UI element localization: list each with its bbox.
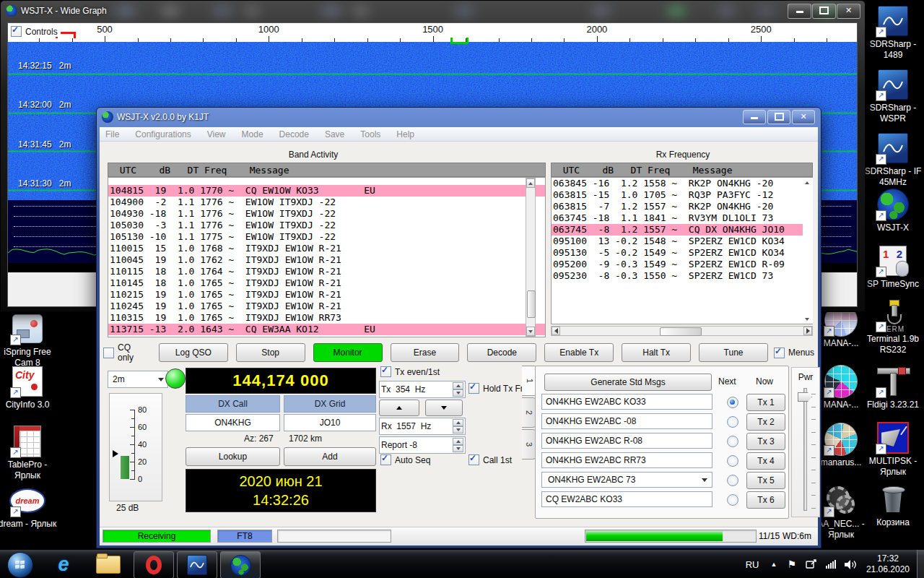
scroll-right-icon[interactable]: [803, 327, 812, 335]
desktop-icon-wsjt-x[interactable]: ↗WSJT-X: [860, 188, 924, 233]
desktop-icon-sdrsharp-1489[interactable]: ↗SDRSharp - 1489: [860, 4, 924, 61]
erase-button[interactable]: Erase: [391, 343, 460, 362]
desktop-icon-terminal-1-9b-rs232[interactable]: TERM↗Terminal 1.9b RS232: [860, 299, 924, 355]
dx-call-field[interactable]: ON4KHG: [186, 414, 280, 431]
menu-save[interactable]: Save: [325, 129, 344, 139]
next-radio-3[interactable]: [727, 436, 738, 447]
tx-2-button[interactable]: Tx 2: [746, 413, 785, 431]
rx-freq-spinner[interactable]: Rx 1557 Hz: [379, 418, 466, 435]
decode-row[interactable]: 110045 19 1.0 1762 ~ IT9XDJ EW1OW R-21: [108, 254, 545, 266]
next-radio-6[interactable]: [727, 494, 738, 506]
tx-3-button[interactable]: Tx 3: [746, 433, 785, 450]
desktop-icon-ispring-free-cam-8[interactable]: ↗iSpring Free Cam 8: [0, 312, 61, 368]
minimize-icon[interactable]: [743, 110, 766, 124]
lookup-button[interactable]: Lookup: [186, 447, 280, 466]
enable-tx-button[interactable]: Enable Tx: [544, 343, 614, 362]
call-1st-checkbox[interactable]: [468, 454, 479, 465]
dx-grid-field[interactable]: JO10: [284, 414, 376, 431]
decode-row[interactable]: 105030 -3 1.1 1776 ~ EW1OW IT9XDJ -22: [108, 220, 545, 231]
decode-row[interactable]: 063845 -16 1.2 1558 ~ RK2P ON4KHG -20: [552, 178, 812, 189]
menu-help[interactable]: Help: [396, 129, 414, 139]
tx-freq-up-button[interactable]: [379, 400, 419, 416]
tx-message-field-3[interactable]: ON4KHG EW2ABC R-08: [541, 433, 712, 449]
monitor-button[interactable]: Monitor: [313, 343, 383, 362]
power-slider-track[interactable]: [803, 388, 807, 511]
scroll-left-icon[interactable]: [552, 327, 560, 335]
menus-checkbox[interactable]: [774, 348, 785, 358]
next-radio-2[interactable]: [727, 416, 738, 428]
next-radio-5[interactable]: [727, 475, 738, 486]
decode-row[interactable]: 095230 -8 -0.3 1550 ~ SP2ERZ EW1CD 73: [552, 270, 812, 282]
halt-tx-button[interactable]: Halt Tx: [622, 343, 691, 362]
taskbar-wsjtx-button[interactable]: [220, 551, 261, 578]
minimize-icon[interactable]: [788, 4, 811, 19]
menu-tools[interactable]: Tools: [360, 129, 380, 139]
taskbar-opera-button[interactable]: [134, 551, 174, 578]
decode-row[interactable]: 095130 -5 -0.2 1549 ~ SP2ERZ EW1CD KO34: [552, 247, 812, 259]
language-indicator[interactable]: RU: [746, 559, 759, 570]
tx-freq-spinner[interactable]: Tx 354 Hz: [379, 381, 466, 398]
scroll-thumb[interactable]: [660, 327, 702, 336]
close-icon[interactable]: ✕: [792, 110, 815, 124]
volume-icon[interactable]: [845, 559, 858, 570]
clock[interactable]: 17:32 21.06.2020: [866, 553, 910, 575]
decode-row[interactable]: 110315 19 1.0 1765 ~ IT9XDJ EW1OW RR73: [108, 312, 545, 324]
decode-row[interactable]: 063815 -15 1.0 1705 ~ RQ3P PA3FYC -12: [552, 189, 812, 201]
band-activity-scrollbar[interactable]: [526, 178, 536, 337]
chevron-down-icon[interactable]: [702, 478, 707, 482]
tune-button[interactable]: Tune: [699, 343, 768, 362]
controls-checkbox[interactable]: [11, 26, 22, 37]
tx-message-field-2[interactable]: ON4KHG EW2ABC -08: [541, 413, 712, 429]
tx-message-field-6[interactable]: CQ EW2ABC KO33: [541, 491, 712, 507]
desktop-icon-fldigi-3-23-21[interactable]: ↗Fldigi 3.23.21: [860, 365, 924, 410]
desktop-icon-tablepro-[interactable]: ↗TablePro - Ярлык: [0, 425, 61, 481]
network-signal-icon[interactable]: [826, 560, 836, 569]
decode-button[interactable]: Decode: [467, 343, 536, 362]
rx-frequency-list[interactable]: 063845 -16 1.2 1558 ~ RK2P ON4KHG -20063…: [551, 177, 813, 324]
band-select[interactable]: 2m: [108, 371, 168, 388]
main-titlebar[interactable]: WSJT-X v2.0.0 by K1JT: [97, 108, 821, 127]
decode-row[interactable]: 110215 19 1.0 1765 ~ IT9XDJ EW1OW R-21: [108, 289, 545, 301]
desktop-icon-sp-timesync[interactable]: 12↗SP TimeSync: [860, 244, 924, 290]
hold-tx-checkbox[interactable]: [468, 383, 479, 394]
remove-hardware-icon[interactable]: [805, 558, 817, 570]
tx-5-button[interactable]: Tx 5: [746, 472, 785, 489]
decode-row[interactable]: 110145 18 1.0 1765 ~ IT9XDJ EW1OW R-21: [108, 277, 545, 289]
log-qso-button[interactable]: Log QSO: [159, 343, 228, 362]
tx-message-field-5[interactable]: ON4KHG EW2ABC 73: [541, 472, 712, 488]
tx-freq-down-button[interactable]: [425, 400, 463, 416]
decode-row[interactable]: 063745 -18 1.1 1841 ~ RV3YM DL1OLI 73: [552, 212, 812, 224]
decode-row[interactable]: 063745 -8 1.2 1557 ~ CQ DX ON4KHG JO10: [552, 224, 812, 236]
decode-row[interactable]: 063815 -7 1.2 1557 ~ RK2P ON4KHG -20: [552, 201, 812, 212]
rx-frequency-hscrollbar[interactable]: [551, 326, 813, 336]
decode-row[interactable]: 110245 19 1.0 1765 ~ IT9XDJ EW1OW R-21: [108, 301, 545, 312]
decode-row[interactable]: 104815 19 1.0 1770 ~ CQ EW1OW KO33 EU: [108, 185, 545, 197]
auto-seq-checkbox[interactable]: [380, 454, 391, 465]
decode-row[interactable]: 105130 -10 1.1 1775 ~ EW1OW IT9XDJ -22: [108, 231, 545, 243]
menu-view[interactable]: View: [207, 129, 226, 139]
desktop-icon-cityinfo-3-0[interactable]: City↗CityInfo 3.0: [0, 365, 61, 410]
decode-row[interactable]: 095100 13 -0.2 1548 ~ SP2ERZ EW1CD KO34: [552, 236, 812, 247]
tx-1-button[interactable]: Tx 1: [746, 394, 785, 411]
cq-only-checkbox[interactable]: [103, 348, 114, 358]
scroll-down-icon[interactable]: [803, 314, 811, 324]
show-desktop-button[interactable]: [917, 550, 924, 578]
rx-frequency-marker[interactable]: [450, 38, 468, 44]
scroll-up-icon[interactable]: [803, 178, 811, 187]
menu-mode[interactable]: Mode: [242, 129, 263, 139]
decode-row[interactable]: 113715 -13 2.0 1643 ~ CQ EW3AA KO12 EU: [108, 324, 545, 335]
decode-row[interactable]: 104900 -2 1.1 1776 ~ EW1OW IT9XDJ -22: [108, 197, 545, 208]
scroll-up-icon[interactable]: [526, 178, 535, 188]
desktop-icon-sdrsharp-wspr[interactable]: ↗SDRSharp - WSPR: [860, 68, 924, 124]
wide-graph-titlebar[interactable]: WSJT-X - Wide Graph: [1, 1, 865, 22]
desktop-icon-dream-[interactable]: dream↗dream - Ярлык: [0, 484, 61, 530]
maximize-icon[interactable]: [812, 4, 836, 19]
band-activity-list[interactable]: 104815 19 1.0 1770 ~ CQ EW1OW KO33 EU104…: [108, 177, 546, 337]
generate-std-msgs-button[interactable]: Generate Std Msgs: [544, 374, 712, 391]
desktop-icon--[interactable]: Корзина: [860, 483, 924, 528]
internet-explorer-icon[interactable]: e: [51, 553, 77, 576]
menu-decode[interactable]: Decode: [279, 129, 309, 139]
tx-even-checkbox[interactable]: [380, 366, 391, 377]
wide-graph-ruler[interactable]: Controls 5001000150020002500: [8, 23, 857, 43]
explorer-folder-icon[interactable]: [94, 553, 123, 576]
